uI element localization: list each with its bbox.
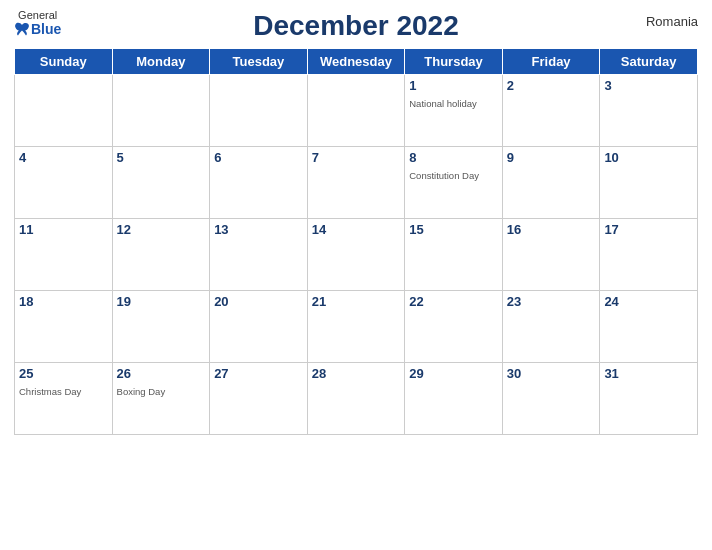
calendar-day-cell: 9 — [502, 147, 600, 219]
logo-blue-text: Blue — [14, 21, 61, 37]
country-label: Romania — [646, 14, 698, 29]
day-number: 17 — [604, 222, 693, 237]
day-number: 7 — [312, 150, 401, 165]
calendar-day-cell: 19 — [112, 291, 210, 363]
calendar-day-cell: 20 — [210, 291, 308, 363]
day-number: 10 — [604, 150, 693, 165]
calendar-day-cell: 17 — [600, 219, 698, 291]
day-number: 27 — [214, 366, 303, 381]
calendar-week-row: 25Christmas Day26Boxing Day2728293031 — [15, 363, 698, 435]
calendar-body: 1National holiday2345678Constitution Day… — [15, 75, 698, 435]
day-number: 11 — [19, 222, 108, 237]
day-number: 8 — [409, 150, 498, 165]
calendar-day-cell — [210, 75, 308, 147]
calendar-day-cell — [112, 75, 210, 147]
month-year-title: December 2022 — [253, 10, 458, 41]
day-number: 5 — [117, 150, 206, 165]
day-number: 20 — [214, 294, 303, 309]
logo-bird-icon — [14, 21, 30, 37]
calendar-day-cell: 7 — [307, 147, 405, 219]
calendar-day-cell: 24 — [600, 291, 698, 363]
day-number: 29 — [409, 366, 498, 381]
day-number: 9 — [507, 150, 596, 165]
day-number: 6 — [214, 150, 303, 165]
day-number: 19 — [117, 294, 206, 309]
day-number: 12 — [117, 222, 206, 237]
day-number: 23 — [507, 294, 596, 309]
calendar-day-cell: 8Constitution Day — [405, 147, 503, 219]
day-event: National holiday — [409, 98, 477, 109]
day-number: 25 — [19, 366, 108, 381]
day-number: 21 — [312, 294, 401, 309]
calendar-day-cell: 6 — [210, 147, 308, 219]
calendar-table: Sunday Monday Tuesday Wednesday Thursday… — [14, 48, 698, 435]
day-number: 14 — [312, 222, 401, 237]
day-event: Boxing Day — [117, 386, 166, 397]
calendar-day-cell: 22 — [405, 291, 503, 363]
calendar-day-cell: 10 — [600, 147, 698, 219]
calendar-day-cell: 21 — [307, 291, 405, 363]
header-monday: Monday — [112, 49, 210, 75]
day-number: 24 — [604, 294, 693, 309]
calendar-day-cell: 25Christmas Day — [15, 363, 113, 435]
header-wednesday: Wednesday — [307, 49, 405, 75]
day-number: 4 — [19, 150, 108, 165]
day-number: 15 — [409, 222, 498, 237]
day-number: 18 — [19, 294, 108, 309]
weekday-header-row: Sunday Monday Tuesday Wednesday Thursday… — [15, 49, 698, 75]
calendar-day-cell: 18 — [15, 291, 113, 363]
day-number: 26 — [117, 366, 206, 381]
calendar-day-cell: 5 — [112, 147, 210, 219]
calendar-day-cell: 4 — [15, 147, 113, 219]
calendar-day-cell — [307, 75, 405, 147]
calendar-page: General Blue December 2022 Romania Sunda… — [0, 0, 712, 550]
calendar-day-cell: 12 — [112, 219, 210, 291]
calendar-day-cell: 28 — [307, 363, 405, 435]
header-sunday: Sunday — [15, 49, 113, 75]
calendar-day-cell: 26Boxing Day — [112, 363, 210, 435]
day-number: 3 — [604, 78, 693, 93]
day-number: 31 — [604, 366, 693, 381]
calendar-day-cell: 2 — [502, 75, 600, 147]
calendar-day-cell: 30 — [502, 363, 600, 435]
calendar-week-row: 18192021222324 — [15, 291, 698, 363]
calendar-day-cell — [15, 75, 113, 147]
calendar-day-cell: 31 — [600, 363, 698, 435]
header-tuesday: Tuesday — [210, 49, 308, 75]
day-number: 13 — [214, 222, 303, 237]
day-number: 16 — [507, 222, 596, 237]
calendar-week-row: 1National holiday23 — [15, 75, 698, 147]
calendar-day-cell: 29 — [405, 363, 503, 435]
calendar-week-row: 11121314151617 — [15, 219, 698, 291]
calendar-title: December 2022 — [253, 10, 458, 42]
day-number: 1 — [409, 78, 498, 93]
day-number: 28 — [312, 366, 401, 381]
calendar-day-cell: 11 — [15, 219, 113, 291]
header-friday: Friday — [502, 49, 600, 75]
calendar-day-cell: 23 — [502, 291, 600, 363]
day-number: 30 — [507, 366, 596, 381]
logo-general-text: General — [18, 10, 57, 21]
calendar-day-cell: 1National holiday — [405, 75, 503, 147]
day-number: 2 — [507, 78, 596, 93]
calendar-day-cell: 13 — [210, 219, 308, 291]
calendar-day-cell: 15 — [405, 219, 503, 291]
day-number: 22 — [409, 294, 498, 309]
calendar-day-cell: 16 — [502, 219, 600, 291]
calendar-day-cell: 27 — [210, 363, 308, 435]
generalblue-logo: General Blue — [14, 10, 61, 37]
calendar-week-row: 45678Constitution Day910 — [15, 147, 698, 219]
calendar-header: General Blue December 2022 Romania — [14, 10, 698, 42]
header-saturday: Saturday — [600, 49, 698, 75]
day-event: Constitution Day — [409, 170, 479, 181]
calendar-day-cell: 14 — [307, 219, 405, 291]
header-thursday: Thursday — [405, 49, 503, 75]
calendar-day-cell: 3 — [600, 75, 698, 147]
day-event: Christmas Day — [19, 386, 81, 397]
